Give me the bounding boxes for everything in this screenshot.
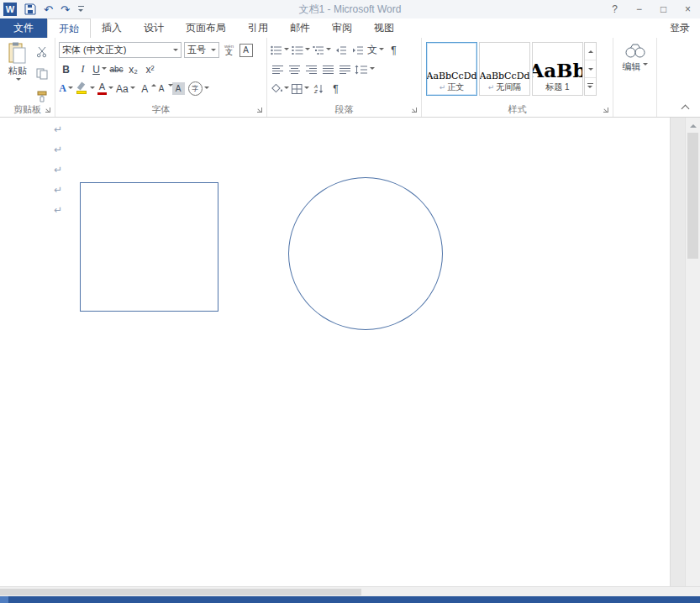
editing-group[interactable]: 编辑 bbox=[613, 38, 657, 117]
vertical-scroll-thumb[interactable] bbox=[687, 133, 698, 259]
clipboard-small-buttons bbox=[32, 40, 49, 104]
asian-layout-icon[interactable]: 文 bbox=[367, 42, 384, 59]
justify-icon[interactable] bbox=[321, 61, 335, 78]
save-icon[interactable] bbox=[24, 3, 36, 15]
ellipse-shape[interactable] bbox=[288, 177, 443, 330]
tab-insert[interactable]: 插入 bbox=[91, 18, 133, 38]
sign-in-link[interactable]: 登录 bbox=[660, 18, 700, 38]
tab-references[interactable]: 引用 bbox=[237, 18, 279, 38]
styles-scroll-up-icon[interactable] bbox=[585, 43, 596, 60]
change-case-button[interactable]: Aa bbox=[116, 81, 135, 97]
borders-icon[interactable] bbox=[292, 81, 309, 97]
tab-home[interactable]: 开始 bbox=[47, 18, 91, 38]
strikethrough-button[interactable]: abc bbox=[109, 61, 124, 78]
customize-qat-icon[interactable] bbox=[77, 5, 86, 13]
format-painter-icon[interactable] bbox=[34, 89, 49, 104]
help-button[interactable]: ? bbox=[603, 0, 627, 18]
undo-icon[interactable]: ↶ bbox=[44, 4, 53, 15]
paste-label: 粘贴 bbox=[8, 65, 27, 77]
ribbon-tab-row: 文件 开始 插入 设计 页面布局 引用 邮件 审阅 视图 登录 bbox=[0, 18, 700, 38]
quick-access-toolbar: W ↶ ↷ bbox=[0, 3, 86, 16]
phonetic-guide-icon[interactable]: wén 文 bbox=[222, 42, 236, 59]
status-bar bbox=[0, 596, 700, 603]
grow-font-button[interactable]: A bbox=[138, 81, 152, 97]
ribbon: 粘贴 剪贴板 宋体 (中文正文) 五号 wén 文 bbox=[0, 38, 700, 118]
paragraph-dialog-launcher[interactable] bbox=[410, 106, 419, 115]
style-normal[interactable]: AaBbCcDd ↵正文 bbox=[426, 42, 477, 96]
font-group-label: 字体 bbox=[55, 103, 266, 116]
paragraph-marks-column: ↵ ↵ ↵ ↵ ↵ bbox=[54, 119, 62, 220]
line-spacing-icon[interactable] bbox=[355, 61, 375, 78]
align-center-icon[interactable] bbox=[287, 61, 302, 78]
paste-button[interactable]: 粘贴 bbox=[3, 40, 32, 104]
binoculars-icon bbox=[624, 43, 646, 58]
align-left-icon[interactable] bbox=[271, 61, 285, 78]
bullets-icon[interactable] bbox=[271, 42, 289, 59]
clipboard-icon bbox=[8, 42, 27, 64]
text-highlight-button[interactable] bbox=[76, 81, 95, 97]
distribute-icon[interactable] bbox=[338, 61, 352, 78]
font-name-dropdown-icon[interactable] bbox=[173, 49, 178, 54]
horizontal-scroll-thumb[interactable] bbox=[0, 589, 361, 595]
clipboard-dialog-launcher[interactable] bbox=[44, 106, 53, 115]
enclose-characters-button[interactable]: 字 bbox=[188, 81, 209, 97]
text-effects-button[interactable]: A bbox=[59, 81, 73, 97]
document-area[interactable]: ↵ ↵ ↵ ↵ ↵ bbox=[0, 118, 700, 586]
align-right-icon[interactable] bbox=[304, 61, 318, 78]
multilevel-list-icon[interactable] bbox=[313, 42, 331, 59]
italic-button[interactable]: I bbox=[76, 61, 90, 78]
numbering-icon[interactable] bbox=[292, 42, 310, 59]
styles-scroll-down-icon[interactable] bbox=[585, 60, 596, 78]
style-normal-name: 正文 bbox=[447, 81, 464, 93]
show-hide-marks-icon[interactable]: ¶ bbox=[387, 42, 401, 59]
rectangle-shape[interactable] bbox=[80, 182, 218, 312]
paragraph-group-label: 段落 bbox=[267, 103, 421, 116]
font-size-combo[interactable]: 五号 bbox=[184, 42, 219, 58]
cut-icon[interactable] bbox=[34, 45, 49, 60]
tab-page-layout[interactable]: 页面布局 bbox=[175, 18, 237, 38]
style-no-spacing[interactable]: AaBbCcDd ↵无间隔 bbox=[479, 42, 530, 96]
tab-mailings[interactable]: 邮件 bbox=[279, 18, 321, 38]
redo-icon[interactable]: ↷ bbox=[61, 4, 70, 15]
tab-design[interactable]: 设计 bbox=[133, 18, 175, 38]
scroll-up-icon[interactable] bbox=[690, 121, 697, 128]
sort-icon[interactable]: AZ bbox=[312, 81, 326, 97]
clipboard-group: 粘贴 剪贴板 bbox=[0, 38, 55, 117]
paragraph-mark-icon[interactable]: ¶ bbox=[329, 81, 343, 97]
subscript-button[interactable]: x₂ bbox=[126, 61, 140, 78]
style-marker-icon: ↵ bbox=[488, 83, 495, 92]
copy-icon[interactable] bbox=[34, 66, 49, 81]
tab-file[interactable]: 文件 bbox=[0, 18, 47, 38]
font-color-button[interactable]: A bbox=[97, 81, 113, 97]
font-name-combo[interactable]: 宋体 (中文正文) bbox=[59, 42, 182, 58]
tab-review[interactable]: 审阅 bbox=[321, 18, 363, 38]
styles-gallery-more-icon[interactable] bbox=[585, 78, 596, 95]
document-page[interactable]: ↵ ↵ ↵ ↵ ↵ bbox=[0, 118, 671, 586]
decrease-indent-icon[interactable] bbox=[334, 42, 348, 59]
maximize-button[interactable]: □ bbox=[651, 0, 676, 18]
increase-indent-icon[interactable] bbox=[350, 42, 365, 59]
font-dialog-launcher[interactable] bbox=[255, 106, 265, 115]
styles-dialog-launcher[interactable] bbox=[602, 106, 611, 115]
close-button[interactable]: × bbox=[676, 0, 700, 18]
tab-view[interactable]: 视图 bbox=[363, 18, 405, 38]
window-title: 文档1 - Microsoft Word bbox=[0, 3, 700, 17]
character-border-icon[interactable]: A bbox=[239, 42, 253, 59]
minimize-button[interactable]: − bbox=[627, 0, 651, 18]
collapse-ribbon-icon[interactable] bbox=[680, 103, 692, 112]
horizontal-scrollbar[interactable] bbox=[0, 586, 700, 596]
shrink-font-button[interactable]: A bbox=[155, 81, 169, 97]
bold-button[interactable]: B bbox=[59, 61, 73, 78]
editing-button-label[interactable]: 编辑 bbox=[623, 60, 648, 73]
superscript-button[interactable]: x² bbox=[143, 61, 157, 78]
underline-button[interactable]: U bbox=[92, 61, 107, 78]
paragraph-mark: ↵ bbox=[54, 200, 62, 220]
font-size-dropdown-icon[interactable] bbox=[211, 49, 216, 54]
word-app-icon[interactable]: W bbox=[3, 3, 17, 16]
style-heading1[interactable]: AaBb 标题 1 bbox=[532, 42, 583, 96]
vertical-scrollbar[interactable] bbox=[685, 118, 700, 586]
paragraph-mark: ↵ bbox=[54, 160, 62, 180]
shading-icon[interactable] bbox=[271, 81, 289, 97]
styles-group: AaBbCcDd ↵正文 AaBbCcDd ↵无间隔 AaBb 标题 1 样式 bbox=[422, 38, 613, 117]
character-shading-button[interactable]: A bbox=[171, 81, 186, 97]
